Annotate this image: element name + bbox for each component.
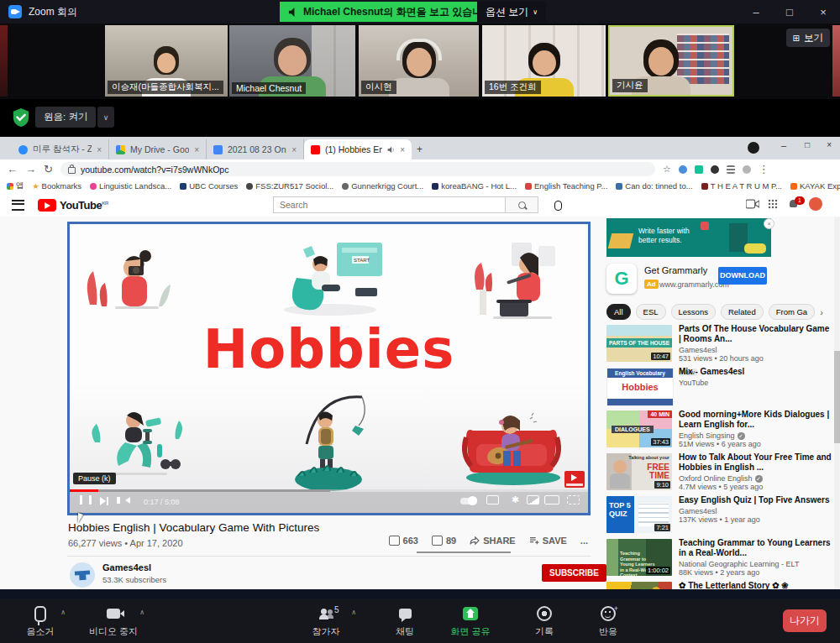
- mute-button[interactable]: ∧ 음소거: [10, 604, 71, 638]
- extension-icon-dark[interactable]: [711, 165, 719, 174]
- youtube-apps-grid-icon[interactable]: [768, 199, 778, 209]
- suggestion-item[interactable]: TOP 5 QUIZ 7:21 Easy English Quiz | Top …: [606, 495, 832, 537]
- options-button[interactable]: 옵션 보기 ∨: [477, 2, 546, 22]
- settings-gear-icon[interactable]: ✱: [512, 494, 519, 505]
- bookmark-item[interactable]: Gunnerkrigg Court...: [342, 181, 423, 191]
- bookmark-item[interactable]: Can do: tinned to...: [616, 181, 692, 191]
- participant-tile-partial-right[interactable]: [832, 25, 840, 97]
- tab-google-drive[interactable]: My Drive - Google Drive ×: [109, 139, 207, 159]
- window-profile-avatar[interactable]: [748, 142, 759, 154]
- channel-watermark-subscribe[interactable]: [564, 471, 585, 488]
- tab-close-icon[interactable]: ×: [97, 145, 102, 154]
- close-button[interactable]: ×: [806, 0, 840, 24]
- reload-button[interactable]: ↻: [44, 163, 53, 175]
- dislike-button[interactable]: 89: [432, 536, 456, 546]
- tab-close-icon[interactable]: ×: [291, 145, 297, 154]
- progress-bar[interactable]: [70, 489, 588, 492]
- like-button[interactable]: 663: [389, 536, 418, 546]
- next-button[interactable]: [100, 497, 106, 505]
- suggestion-item[interactable]: The Letterland Story 50:38 ✿ The Letterl…: [606, 581, 832, 589]
- participants-button[interactable]: 5 ∧ 참가자: [296, 604, 356, 638]
- tab-close-icon[interactable]: ×: [194, 145, 199, 154]
- chat-button[interactable]: 채팅: [375, 604, 435, 638]
- suggestion-item[interactable]: Teaching Grammar to Young Learners in a …: [606, 538, 832, 580]
- bookmark-item[interactable]: FSS:ZUR517 Sociol...: [246, 181, 333, 191]
- pause-button[interactable]: [80, 495, 92, 504]
- volume-button[interactable]: [125, 497, 130, 504]
- hamburger-menu-icon[interactable]: [12, 200, 24, 211]
- profile-avatar[interactable]: [809, 197, 822, 211]
- bookmark-item[interactable]: 앱: [7, 180, 24, 191]
- url-input[interactable]: youtube.com/watch?v=i7s9wWNkOpc: [60, 162, 655, 176]
- tab-zoom-participants[interactable]: 미루 참석자 - Zoom ×: [12, 139, 109, 159]
- bookmark-item[interactable]: UBC Courses: [180, 181, 238, 191]
- chip-esl[interactable]: ESL: [636, 304, 666, 320]
- search-input[interactable]: [274, 200, 505, 210]
- tab-audio-icon[interactable]: [387, 146, 395, 154]
- browser-profile-avatar[interactable]: [743, 165, 751, 174]
- autoplay-toggle[interactable]: [460, 498, 477, 504]
- original-sound-button[interactable]: 원음: 켜기: [35, 107, 96, 128]
- participant-tile[interactable]: Michael Chesnut: [229, 25, 355, 97]
- suggestion-item[interactable]: 40 MIN DIALOGUES 37:43 Good morning+More…: [606, 410, 832, 452]
- bookmark-item[interactable]: koreaBANG - Hot L...: [432, 181, 517, 191]
- caret-up-icon[interactable]: ∧: [60, 609, 66, 616]
- leave-button[interactable]: 나가기: [783, 609, 827, 632]
- scrollbar-thumb[interactable]: [834, 351, 840, 443]
- youtube-logo[interactable]: [38, 199, 56, 212]
- bookmark-item[interactable]: Linguistic Landsca...: [90, 181, 171, 191]
- voice-search-icon[interactable]: [554, 201, 562, 211]
- bookmark-item[interactable]: T H E A T R U M P...: [701, 181, 782, 191]
- share-screen-button[interactable]: 화면 공유: [440, 604, 501, 638]
- page-scrollbar[interactable]: [834, 217, 840, 589]
- maximize-button[interactable]: □: [773, 0, 806, 24]
- new-tab-button[interactable]: +: [417, 144, 423, 155]
- caret-up-icon[interactable]: ∧: [139, 609, 144, 616]
- download-button[interactable]: DOWNLOAD: [718, 267, 767, 285]
- view-button[interactable]: ⊞ 보기: [786, 29, 830, 47]
- ad-title[interactable]: Get Grammarly: [644, 265, 707, 275]
- video-player[interactable]: START Hobbies: [67, 222, 591, 515]
- participant-tile[interactable]: 이승재(마들종합사회복지...: [105, 25, 228, 97]
- chip-from-channel[interactable]: From Ga: [769, 304, 815, 320]
- stop-video-button[interactable]: ∧ 비디오 중지: [77, 604, 150, 638]
- search-button[interactable]: [505, 197, 538, 212]
- reactions-button[interactable]: + 반응: [578, 604, 638, 638]
- theater-mode-button[interactable]: [544, 495, 559, 504]
- grammarly-extension-icon[interactable]: [695, 165, 703, 174]
- extension-icon-blue[interactable]: [679, 165, 687, 174]
- bookmark-item[interactable]: ★Bookmarks: [33, 181, 82, 191]
- save-button[interactable]: SAVE: [529, 536, 567, 546]
- subscribe-button[interactable]: SUBSCRIBE: [542, 564, 606, 582]
- fullscreen-button[interactable]: [567, 495, 580, 504]
- suggestion-item[interactable]: English Vocabulary Hobbies Mix - Games4e…: [606, 367, 832, 409]
- create-video-icon[interactable]: [746, 199, 759, 209]
- caret-up-icon[interactable]: ∧: [351, 609, 356, 616]
- more-actions-button[interactable]: ...: [580, 536, 588, 546]
- record-button[interactable]: 기록: [514, 604, 575, 638]
- bookmark-star-icon[interactable]: ☆: [663, 164, 671, 175]
- chip-all[interactable]: All: [606, 304, 631, 320]
- extension-icon-lines[interactable]: [727, 165, 735, 174]
- tab-hobbies-video-active[interactable]: (1) Hobbies English | Voca... ×: [304, 139, 412, 159]
- browser-maximize-button[interactable]: □: [805, 140, 810, 149]
- channel-name[interactable]: Games4esl: [102, 562, 151, 572]
- original-sound-caret[interactable]: ∨: [97, 107, 114, 128]
- ad-info-icon[interactable]: ×: [764, 218, 774, 229]
- participant-tile[interactable]: 이시현: [359, 25, 479, 97]
- share-button[interactable]: SHARE: [470, 536, 516, 546]
- chip-lessons[interactable]: Lessons: [671, 304, 716, 320]
- browser-menu-kebab-icon[interactable]: ⋮: [759, 163, 769, 175]
- forward-button[interactable]: →: [25, 163, 36, 175]
- participant-tile[interactable]: 16번 조건희: [482, 25, 606, 97]
- chip-related[interactable]: Related: [721, 304, 764, 320]
- bookmark-item[interactable]: English Teaching P...: [525, 181, 607, 191]
- tab-close-icon[interactable]: ×: [400, 145, 405, 154]
- bookmark-item[interactable]: KAYAK Explore - s...: [790, 181, 840, 191]
- suggestion-item[interactable]: PARTS OF THE HOUSE 10:47 Parts Of The Ho…: [606, 324, 832, 366]
- captions-button[interactable]: [486, 495, 499, 504]
- browser-minimize-button[interactable]: –: [781, 140, 786, 150]
- minimize-button[interactable]: –: [739, 0, 773, 24]
- channel-avatar[interactable]: [70, 562, 95, 588]
- chips-more-icon[interactable]: ›: [820, 307, 823, 317]
